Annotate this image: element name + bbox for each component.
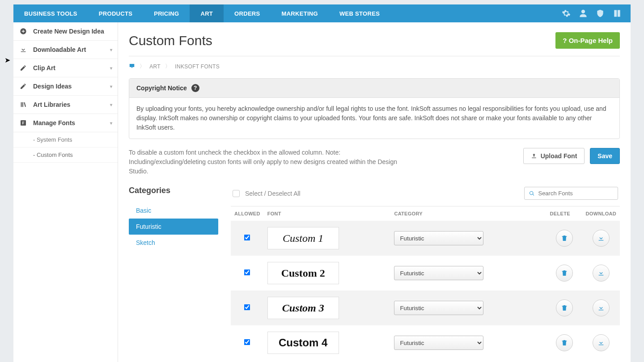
breadcrumb-separator: 〉 — [165, 63, 170, 70]
table-row: Custom 2Futuristic — [231, 256, 620, 290]
sidebar-item-label: Art Libraries — [33, 101, 70, 108]
svg-text:F: F — [22, 121, 25, 125]
sidebar-art-libraries[interactable]: Art Libraries ▾ — [13, 96, 118, 114]
pencil-icon — [20, 83, 29, 90]
font-preview: Custom 2 — [267, 262, 339, 284]
home-icon[interactable] — [129, 63, 135, 70]
sidebar-item-label: Create New Design Idea — [33, 28, 104, 35]
nav-pricing[interactable]: PRICING — [143, 4, 190, 22]
download-button[interactable] — [593, 334, 610, 351]
sidebar-downloadable-art[interactable]: Downloadable Art ▾ — [13, 41, 118, 59]
sidebar-manage-fonts[interactable]: F Manage Fonts ▾ — [13, 114, 118, 132]
upload-font-button[interactable]: Upload Font — [523, 148, 585, 164]
search-fonts[interactable] — [524, 187, 618, 200]
notice-body: By uploading your fonts, you hereby ackn… — [129, 98, 619, 139]
font-preview: Custom 4 — [267, 332, 339, 354]
table-row: Custom 1Futuristic — [231, 221, 620, 256]
sidebar-system-fonts[interactable]: - System Fonts — [13, 132, 118, 147]
category-sketch[interactable]: Sketch — [129, 235, 218, 251]
category-select[interactable]: Futuristic — [394, 266, 483, 280]
categories-heading: Categories — [129, 186, 218, 195]
nav-marketing[interactable]: MARKETING — [271, 4, 329, 22]
sidebar-clip-art[interactable]: Clip Art ▾ — [13, 59, 118, 77]
chevron-down-icon: ▾ — [110, 66, 112, 71]
table-row: Custom 3Futuristic — [231, 290, 620, 325]
sidebar-item-label: Downloadable Art — [33, 46, 86, 53]
svg-rect-3 — [130, 64, 135, 67]
svg-rect-4 — [131, 67, 133, 68]
delete-button[interactable] — [556, 334, 573, 351]
chevron-down-icon: ▾ — [110, 102, 112, 107]
nav-web-stores[interactable]: WEB STORES — [329, 4, 390, 22]
plus-circle-icon — [20, 28, 29, 35]
disable-note: To disable a custom font uncheck the che… — [129, 148, 406, 176]
download-button[interactable] — [593, 265, 610, 282]
page-title: Custom Fonts — [129, 33, 212, 48]
book-icon[interactable] — [613, 9, 622, 18]
col-allowed: ALLOWED — [231, 206, 264, 221]
sidebar-custom-fonts[interactable]: - Custom Fonts — [13, 147, 118, 163]
nav-business-tools[interactable]: BUSINESS TOOLS — [13, 4, 88, 22]
delete-button[interactable] — [556, 299, 573, 316]
breadcrumb: 〉 ART 〉 INKSOFT FONTS — [129, 63, 620, 70]
search-icon — [529, 190, 534, 197]
search-input[interactable] — [538, 190, 613, 197]
allowed-checkbox[interactable] — [244, 269, 250, 276]
category-futuristic[interactable]: Futuristic — [129, 219, 218, 235]
breadcrumb-inksoft-fonts: INKSOFT FONTS — [175, 63, 220, 70]
save-button[interactable]: Save — [590, 148, 620, 164]
top-navbar: BUSINESS TOOLS PRODUCTS PRICING ART ORDE… — [13, 4, 631, 22]
allowed-checkbox[interactable] — [244, 339, 250, 345]
nav-products[interactable]: PRODUCTS — [88, 4, 143, 22]
category-select[interactable]: Futuristic — [394, 231, 483, 245]
help-icon[interactable]: ? — [191, 84, 199, 92]
sidebar-item-label: Design Ideas — [33, 83, 72, 90]
delete-button[interactable] — [556, 265, 573, 282]
select-all-checkbox[interactable] — [233, 190, 240, 197]
col-font: FONT — [264, 206, 391, 221]
breadcrumb-art[interactable]: ART — [149, 63, 161, 70]
user-icon[interactable] — [579, 9, 588, 18]
category-select[interactable]: Futuristic — [394, 336, 483, 350]
breadcrumb-separator: 〉 — [140, 63, 145, 70]
sidebar: Create New Design Idea Downloadable Art … — [13, 22, 118, 362]
font-preview: Custom 1 — [267, 227, 339, 249]
chevron-down-icon: ▾ — [110, 84, 112, 89]
pencil-icon — [20, 64, 29, 72]
shield-icon[interactable] — [596, 9, 605, 18]
sidebar-item-label: Manage Fonts — [33, 119, 75, 126]
on-page-help-button[interactable]: ? On-Page Help — [555, 32, 620, 49]
library-icon — [20, 101, 29, 108]
nav-art[interactable]: ART — [190, 4, 224, 22]
copyright-notice: Copyright Notice ? By uploading your fon… — [129, 78, 620, 139]
font-icon: F — [20, 119, 29, 126]
sidebar-item-label: Clip Art — [33, 64, 55, 72]
notice-title: Copyright Notice — [136, 84, 187, 92]
font-preview: Custom 3 — [267, 297, 339, 319]
download-button[interactable] — [593, 230, 610, 247]
col-delete: DELETE — [547, 206, 582, 221]
allowed-checkbox[interactable] — [244, 304, 250, 311]
sidebar-design-ideas[interactable]: Design Ideas ▾ — [13, 77, 118, 96]
nav-orders[interactable]: ORDERS — [224, 4, 271, 22]
chevron-down-icon: ▾ — [110, 47, 112, 52]
gear-icon[interactable] — [562, 9, 571, 18]
col-download: DOWNLOAD — [582, 206, 620, 221]
download-icon — [20, 46, 29, 53]
col-category: CATEGORY — [390, 206, 546, 221]
select-all-label: Select / Deselect All — [245, 190, 301, 197]
chevron-down-icon: ▾ — [110, 121, 112, 126]
allowed-checkbox[interactable] — [244, 235, 250, 241]
sidebar-create-new-design[interactable]: Create New Design Idea — [13, 22, 118, 41]
category-basic[interactable]: Basic — [129, 202, 218, 219]
delete-button[interactable] — [556, 230, 573, 247]
table-row: Custom 4Futuristic — [231, 325, 620, 360]
upload-font-label: Upload Font — [541, 152, 577, 160]
category-select[interactable]: Futuristic — [394, 301, 483, 315]
download-button[interactable] — [593, 299, 610, 316]
mouse-cursor: ➤ — [4, 56, 10, 64]
